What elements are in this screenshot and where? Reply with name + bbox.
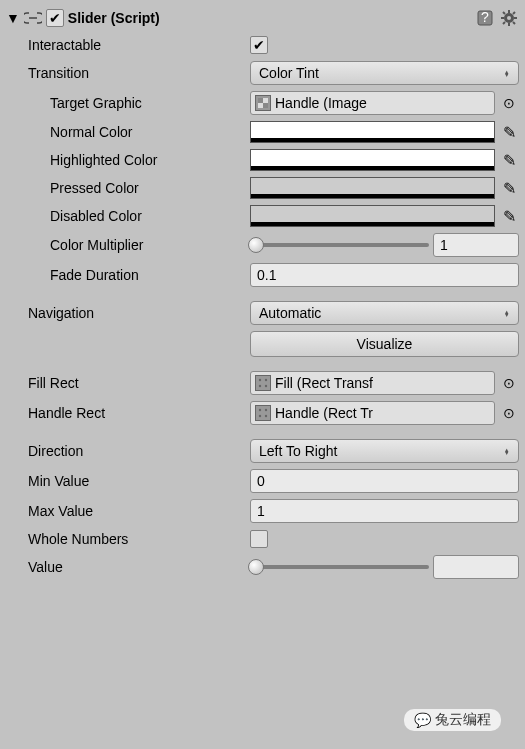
direction-label: Direction [6, 443, 250, 459]
fade-duration-input[interactable]: 0.1 [250, 263, 519, 287]
interactable-checkbox[interactable]: ✔ [250, 36, 268, 54]
svg-point-3 [507, 16, 511, 20]
rect-thumb-icon [255, 375, 271, 391]
image-thumb-icon [255, 95, 271, 111]
svg-rect-13 [258, 98, 263, 103]
fill-rect-value: Fill (Rect Transf [275, 375, 373, 391]
navigation-label: Navigation [6, 305, 250, 321]
slider-thumb[interactable] [248, 559, 264, 575]
svg-point-20 [265, 409, 267, 411]
value-label: Value [6, 559, 250, 575]
color-multiplier-slider[interactable] [250, 243, 429, 247]
navigation-dropdown[interactable]: Automatic [250, 301, 519, 325]
disabled-color-eyedropper[interactable]: ✎ [499, 207, 519, 226]
handle-rect-label: Handle Rect [6, 405, 250, 421]
disabled-color-label: Disabled Color [6, 208, 250, 224]
fill-rect-field[interactable]: Fill (Rect Transf [250, 371, 495, 395]
normal-color-field[interactable] [250, 121, 495, 143]
navigation-value: Automatic [259, 305, 321, 321]
visualize-button[interactable]: Visualize [250, 331, 519, 357]
pressed-color-label: Pressed Color [6, 180, 250, 196]
svg-rect-14 [263, 103, 268, 108]
component-foldout[interactable]: ▼ [6, 10, 20, 26]
normal-color-eyedropper[interactable]: ✎ [499, 123, 519, 142]
svg-point-22 [265, 415, 267, 417]
component-enable-checkbox[interactable]: ✔ [46, 9, 64, 27]
normal-color-label: Normal Color [6, 124, 250, 140]
highlighted-color-label: Highlighted Color [6, 152, 250, 168]
svg-point-19 [259, 409, 261, 411]
whole-numbers-checkbox[interactable] [250, 530, 268, 548]
min-value-label: Min Value [6, 473, 250, 489]
handle-rect-picker[interactable]: ⊙ [499, 405, 519, 421]
svg-point-15 [259, 379, 261, 381]
rect-thumb-icon [255, 405, 271, 421]
help-icon[interactable]: ? [475, 8, 495, 28]
svg-line-11 [503, 22, 505, 24]
target-graphic-value: Handle (Image [275, 95, 367, 111]
value-input[interactable] [433, 555, 519, 579]
color-multiplier-input[interactable]: 1 [433, 233, 519, 257]
component-title: Slider (Script) [68, 10, 471, 26]
svg-line-8 [503, 12, 505, 14]
handle-rect-value: Handle (Rect Tr [275, 405, 373, 421]
target-graphic-picker[interactable]: ⊙ [499, 95, 519, 111]
settings-icon[interactable] [499, 8, 519, 28]
transition-label: Transition [6, 65, 250, 81]
pressed-color-eyedropper[interactable]: ✎ [499, 179, 519, 198]
handle-rect-field[interactable]: Handle (Rect Tr [250, 401, 495, 425]
fill-rect-picker[interactable]: ⊙ [499, 375, 519, 391]
max-value-input[interactable]: 1 [250, 499, 519, 523]
svg-text:?: ? [481, 10, 489, 25]
svg-point-16 [265, 379, 267, 381]
direction-value: Left To Right [259, 443, 337, 459]
transition-value: Color Tint [259, 65, 319, 81]
target-graphic-label: Target Graphic [6, 95, 250, 111]
fade-duration-label: Fade Duration [6, 267, 250, 283]
fill-rect-label: Fill Rect [6, 375, 250, 391]
direction-dropdown[interactable]: Left To Right [250, 439, 519, 463]
slider-thumb[interactable] [248, 237, 264, 253]
highlighted-color-eyedropper[interactable]: ✎ [499, 151, 519, 170]
svg-line-9 [513, 22, 515, 24]
min-value-input[interactable]: 0 [250, 469, 519, 493]
value-slider[interactable] [250, 565, 429, 569]
svg-point-18 [265, 385, 267, 387]
target-graphic-field[interactable]: Handle (Image [250, 91, 495, 115]
color-multiplier-label: Color Multiplier [6, 237, 250, 253]
whole-numbers-label: Whole Numbers [6, 531, 250, 547]
svg-point-21 [259, 415, 261, 417]
svg-line-10 [513, 12, 515, 14]
transition-dropdown[interactable]: Color Tint [250, 61, 519, 85]
disabled-color-field[interactable] [250, 205, 495, 227]
highlighted-color-field[interactable] [250, 149, 495, 171]
pressed-color-field[interactable] [250, 177, 495, 199]
max-value-label: Max Value [6, 503, 250, 519]
svg-point-17 [259, 385, 261, 387]
interactable-label: Interactable [6, 37, 250, 53]
link-icon [24, 12, 42, 24]
